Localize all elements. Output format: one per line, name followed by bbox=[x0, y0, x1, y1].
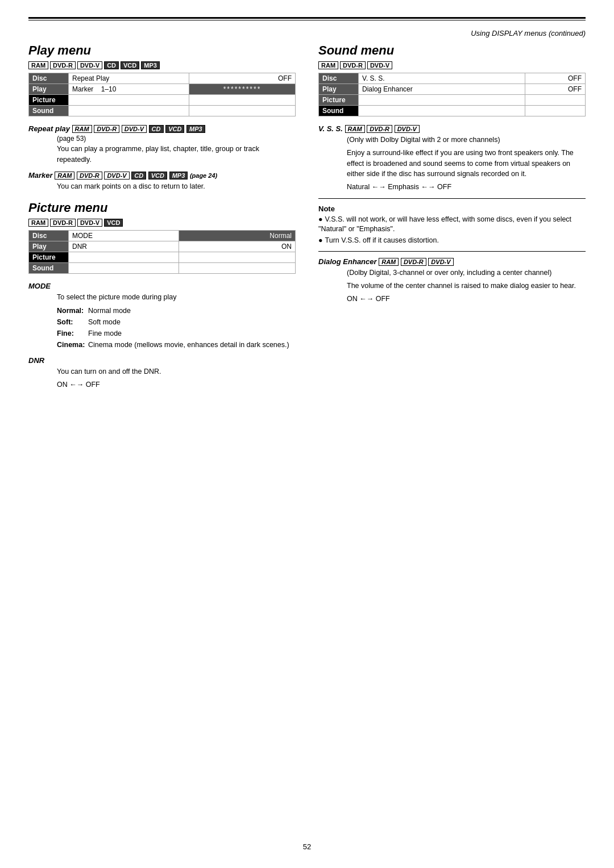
value-stars: ********** bbox=[189, 84, 296, 95]
divider2 bbox=[318, 251, 586, 252]
mode-label: MODE bbox=[28, 282, 51, 290]
vss-desc2: Enjoy a surround-like effect if you are … bbox=[347, 148, 586, 180]
badge-ram-s: RAM bbox=[318, 61, 338, 69]
nav-picture: Picture bbox=[29, 95, 69, 106]
mode-heading: MODE bbox=[28, 282, 296, 290]
badge-dvdr2: DVD-R bbox=[94, 125, 119, 133]
two-column-layout: Play menu RAM DVD-R DVD-V CD VCD MP3 Dis… bbox=[28, 43, 586, 393]
dnr-heading: DNR bbox=[28, 356, 296, 365]
value-on: ON bbox=[179, 241, 296, 252]
label-repeat-play: Repeat Play bbox=[69, 73, 189, 84]
label-empty-p bbox=[69, 252, 179, 263]
badge-dvdr-s: DVD-R bbox=[340, 61, 366, 69]
nav-sound-s: Sound bbox=[319, 106, 359, 116]
nav-disc-p: Disc bbox=[29, 231, 69, 241]
label-vss: V. S. S. bbox=[359, 73, 525, 84]
dialog-enhancer-heading: Dialog Enhancer RAM DVD-R DVD-V bbox=[318, 257, 586, 266]
marker-page-ref: (page 24) bbox=[190, 172, 217, 179]
top-border-thin bbox=[28, 20, 586, 20]
mode-fine-term: Fine: bbox=[57, 328, 88, 339]
table-row: Picture bbox=[29, 95, 296, 106]
picture-menu-section: Picture menu RAM DVD-R DVD-V VCD Disc MO… bbox=[28, 201, 296, 390]
nav-picture-p: Picture bbox=[29, 252, 69, 263]
label-dnr: DNR bbox=[69, 241, 179, 252]
sound-menu-table: Disc V. S. S. OFF Play Dialog Enhancer O… bbox=[318, 73, 586, 116]
badge-ram2: RAM bbox=[72, 125, 92, 133]
badge-dvdr-p: DVD-R bbox=[50, 219, 76, 227]
badge-dvdr-vss: DVD-R bbox=[367, 125, 392, 133]
left-column: Play menu RAM DVD-R DVD-V CD VCD MP3 Dis… bbox=[28, 43, 296, 393]
label-mode: MODE bbox=[69, 231, 179, 241]
dialog-enhancer-label: Dialog Enhancer bbox=[318, 257, 379, 266]
mode-item-soft: Soft: Soft mode bbox=[57, 316, 296, 328]
badge-ram-de: RAM bbox=[379, 258, 399, 266]
badge-dvdv-de: DVD-V bbox=[428, 258, 453, 266]
value-empty-s bbox=[525, 95, 585, 106]
mode-normal-term: Normal: bbox=[57, 305, 88, 316]
mode-fine-desc: Fine mode bbox=[88, 328, 122, 339]
mode-item-normal: Normal: Normal mode bbox=[57, 305, 296, 316]
vss-heading: V. S. S. RAM DVD-R DVD-V bbox=[318, 124, 586, 133]
badge-dvdv-s: DVD-V bbox=[367, 61, 392, 69]
nav-sound: Sound bbox=[29, 106, 69, 116]
dnr-label: DNR bbox=[28, 356, 44, 365]
table-row: Sound bbox=[29, 106, 296, 116]
badge-ram: RAM bbox=[28, 61, 48, 69]
mode-cinema-term: Cinema: bbox=[57, 339, 88, 350]
mode-item-cinema: Cinema: Cinema mode (mellows movie, enha… bbox=[57, 339, 296, 350]
nav-disc-s: Disc bbox=[319, 73, 359, 84]
marker-heading: Marker RAM DVD-R DVD-V CD VCD MP3 (page … bbox=[28, 171, 296, 180]
dnr-cycle: ON ←→ OFF bbox=[57, 379, 296, 390]
play-menu-formats: RAM DVD-R DVD-V CD VCD MP3 bbox=[28, 61, 296, 69]
repeat-play-label: Repeat play bbox=[28, 124, 72, 133]
sound-menu-title: Sound menu bbox=[318, 43, 586, 58]
mode-normal-desc: Normal mode bbox=[88, 305, 131, 316]
dnr-description: You can turn on and off the DNR. bbox=[57, 366, 296, 377]
table-row: Play DNR ON bbox=[29, 241, 296, 252]
badge-vcd2: VCD bbox=[165, 125, 184, 133]
dialog-enhancer-desc1: (Dolby Digital, 3-channel or over only, … bbox=[347, 268, 586, 278]
value-dialog-off: OFF bbox=[525, 84, 585, 95]
label-empty bbox=[69, 95, 189, 106]
value-off: OFF bbox=[189, 73, 296, 84]
value-empty2 bbox=[189, 106, 296, 116]
table-row: Disc Repeat Play OFF bbox=[29, 73, 296, 84]
badge-dvdr3: DVD-R bbox=[77, 172, 102, 180]
value-normal: Normal bbox=[179, 231, 296, 241]
table-row: Sound bbox=[29, 263, 296, 274]
dialog-enhancer-desc2: The volume of the center channel is rais… bbox=[347, 281, 586, 291]
repeat-play-description: You can play a programme, play list, cha… bbox=[57, 144, 296, 165]
repeat-play-page-ref: (page 53) bbox=[57, 135, 296, 143]
table-row: Play Marker 1–10 ********** bbox=[29, 84, 296, 95]
badge-ram-p: RAM bbox=[28, 219, 48, 227]
mode-item-fine: Fine: Fine mode bbox=[57, 328, 296, 339]
note-item-1: V.S.S. will not work, or will have less … bbox=[318, 215, 586, 235]
badge-dvdv3: DVD-V bbox=[104, 172, 129, 180]
nav-play: Play bbox=[29, 84, 69, 95]
play-menu-section: Play menu RAM DVD-R DVD-V CD VCD MP3 Dis… bbox=[28, 43, 296, 191]
label-empty-p2 bbox=[69, 263, 179, 274]
badge-vcd: VCD bbox=[121, 61, 139, 69]
badge-dvdr: DVD-R bbox=[50, 61, 76, 69]
picture-menu-title: Picture menu bbox=[28, 201, 296, 215]
label-empty2 bbox=[69, 106, 189, 116]
page-header: Using DISPLAY menus (continued) bbox=[28, 29, 586, 37]
value-empty-s2 bbox=[525, 106, 585, 116]
value-empty bbox=[189, 95, 296, 106]
repeat-play-heading: Repeat play RAM DVD-R DVD-V CD VCD MP3 bbox=[28, 124, 296, 133]
sound-menu-section: Sound menu RAM DVD-R DVD-V Disc V. S. S.… bbox=[318, 43, 586, 304]
table-row: Disc MODE Normal bbox=[29, 231, 296, 241]
mode-soft-desc: Soft mode bbox=[88, 316, 121, 328]
picture-menu-formats: RAM DVD-R DVD-V VCD bbox=[28, 219, 296, 227]
badge-ram-vss: RAM bbox=[345, 125, 365, 133]
nav-sound-p: Sound bbox=[29, 263, 69, 274]
badge-dvdv-p: DVD-V bbox=[77, 219, 102, 227]
marker-description: You can mark points on a disc to return … bbox=[57, 181, 296, 192]
play-menu-title: Play menu bbox=[28, 43, 296, 58]
badge-dvdv: DVD-V bbox=[77, 61, 102, 69]
note-title: Note bbox=[318, 205, 586, 213]
table-row: Picture bbox=[319, 95, 586, 106]
label-empty-s2 bbox=[359, 106, 525, 116]
page: Using DISPLAY menus (continued) Play men… bbox=[0, 0, 614, 868]
nav-play-s: Play bbox=[319, 84, 359, 95]
